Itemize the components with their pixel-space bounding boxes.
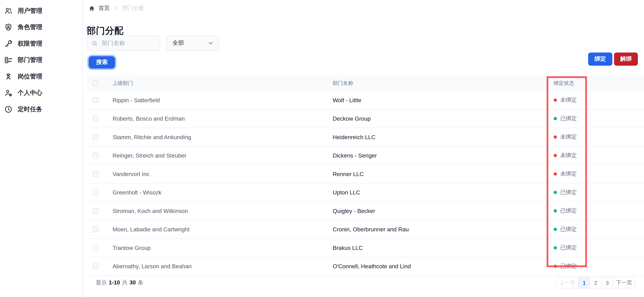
sidebar: 用户管理 角色管理 权限管理 部门管理 岗位管理 个人中心 定时任务 — [0, 0, 83, 297]
sidebar-item-role-management[interactable]: 角色管理 — [0, 19, 82, 35]
chevron-down-icon — [208, 40, 214, 46]
summary-prefix: 显示 — [96, 279, 107, 286]
table-row[interactable]: Stroman, Koch and Wilkinson Quigley - Be… — [88, 202, 644, 221]
summary-range: 1-10 — [109, 280, 120, 286]
binding-status-cell: 未绑定 — [548, 170, 644, 178]
row-checkbox[interactable] — [93, 190, 98, 195]
department-name-cell: Dickens - Senger — [327, 152, 548, 159]
row-checkbox[interactable] — [93, 226, 98, 232]
table-body: Rippin - Satterfield Wolf - Little 未绑定 R… — [88, 91, 644, 276]
row-checkbox[interactable] — [93, 171, 98, 177]
breadcrumb: 首页 部门分配 — [89, 4, 144, 12]
status-dot-icon — [554, 117, 557, 120]
status-label: 未绑定 — [560, 96, 577, 104]
summary-middle: 共 — [122, 279, 128, 286]
sidebar-item-label: 角色管理 — [18, 23, 42, 31]
next-page-button[interactable]: 下一页 — [613, 278, 635, 288]
binding-status-cell: 未绑定 — [548, 96, 644, 104]
department-name-cell: Quigley - Becker — [327, 208, 548, 214]
page-title: 部门分配 — [87, 24, 124, 37]
binding-status-cell: 未绑定 — [548, 152, 644, 159]
users-icon — [4, 6, 13, 15]
table-header: 上级部门 部门名称 绑定状态 — [88, 75, 644, 91]
column-header-parent: 上级部门 — [107, 80, 328, 87]
binding-status-cell: 已绑定 — [548, 263, 644, 270]
binding-status-cell: 已绑定 — [548, 226, 644, 233]
table-row[interactable]: Reinger, Streich and Steuber Dickens - S… — [88, 146, 644, 165]
home-icon[interactable] — [89, 5, 95, 11]
page-button-2[interactable]: 2 — [590, 278, 602, 288]
row-checkbox[interactable] — [93, 208, 98, 214]
sidebar-item-profile-center[interactable]: 个人中心 — [0, 84, 82, 101]
row-checkbox[interactable] — [93, 153, 98, 158]
parent-department-cell: Reinger, Streich and Steuber — [107, 152, 328, 159]
profile-gear-icon — [4, 88, 13, 97]
parent-department-cell: Greenholt - Wisozk — [107, 189, 328, 196]
department-name-cell: O'Connell, Heathcote and Lind — [327, 263, 548, 270]
page-button-3[interactable]: 3 — [601, 278, 613, 288]
row-checkbox[interactable] — [93, 263, 98, 269]
status-dot-icon — [554, 154, 557, 157]
table-row[interactable]: Greenholt - Wisozk Upton LLC 已绑定 — [88, 183, 644, 202]
binding-status-cell: 已绑定 — [548, 244, 644, 251]
sidebar-item-position-management[interactable]: 岗位管理 — [0, 68, 82, 84]
breadcrumb-current: 部门分配 — [122, 4, 144, 12]
status-label: 未绑定 — [560, 170, 577, 178]
status-label: 已绑定 — [560, 263, 577, 270]
summary-suffix: 条 — [138, 279, 144, 286]
summary-total: 30 — [130, 280, 136, 286]
bind-button[interactable]: 绑定 — [588, 52, 612, 66]
page-button-1[interactable]: 1 — [578, 278, 590, 288]
prev-page-button[interactable]: 上一页 — [556, 278, 578, 288]
status-filter-value: 全部 — [172, 39, 184, 47]
parent-department-cell: Stamm, Ritchie and Ankunding — [107, 134, 328, 140]
sidebar-item-user-management[interactable]: 用户管理 — [0, 2, 82, 19]
search-icon — [92, 40, 98, 46]
sidebar-item-label: 用户管理 — [18, 7, 42, 15]
status-label: 未绑定 — [560, 133, 577, 141]
row-checkbox[interactable] — [93, 134, 98, 140]
binding-status-cell: 已绑定 — [548, 189, 644, 196]
row-checkbox[interactable] — [93, 245, 98, 251]
status-filter-select[interactable]: 全部 — [166, 35, 219, 51]
table-row[interactable]: Stamm, Ritchie and Ankunding Heidenreich… — [88, 128, 644, 147]
parent-department-cell: Abernathy, Larson and Beahan — [107, 263, 328, 270]
clock-icon — [4, 105, 13, 113]
parent-department-cell: Stroman, Koch and Wilkinson — [107, 208, 328, 214]
search-button[interactable]: 搜索 — [89, 56, 115, 68]
unbind-button[interactable]: 解绑 — [614, 52, 638, 66]
table-row[interactable]: Vandervort Inc Renner LLC 未绑定 — [88, 165, 644, 184]
sidebar-item-label: 定时任务 — [18, 105, 42, 113]
parent-department-cell: Roberts, Bosco and Erdman — [107, 115, 328, 122]
department-icon — [4, 56, 13, 64]
table-row[interactable]: Rippin - Satterfield Wolf - Little 未绑定 — [88, 91, 644, 110]
chevron-right-icon — [114, 5, 119, 11]
breadcrumb-home-link[interactable]: 首页 — [98, 4, 110, 12]
department-search-field[interactable] — [87, 35, 160, 51]
status-label: 已绑定 — [560, 244, 577, 251]
pagination-summary: 显示 1-10 共 30 条 — [96, 279, 144, 286]
sidebar-item-label: 个人中心 — [18, 89, 42, 97]
row-checkbox[interactable] — [93, 97, 98, 103]
position-icon — [4, 72, 13, 81]
sidebar-item-department-management[interactable]: 部门管理 — [0, 52, 82, 68]
parent-department-cell: Vandervort Inc — [107, 171, 328, 177]
table-row[interactable]: Roberts, Bosco and Erdman Deckow Group 已… — [88, 110, 644, 128]
sidebar-item-scheduled-tasks[interactable]: 定时任务 — [0, 101, 82, 117]
column-header-name: 部门名称 — [327, 80, 548, 87]
row-checkbox[interactable] — [93, 116, 98, 121]
sidebar-item-permission-management[interactable]: 权限管理 — [0, 35, 82, 51]
department-name-cell: Upton LLC — [327, 189, 548, 196]
table-row[interactable]: Trantow Group Brakus LLC 已绑定 — [88, 239, 644, 257]
department-name-cell: Heidenreich LLC — [327, 134, 548, 140]
department-name-cell: Deckow Group — [327, 115, 548, 122]
select-all-checkbox[interactable] — [93, 80, 98, 86]
search-input[interactable] — [101, 39, 155, 47]
pager: 上一页 1 2 3 下一页 — [556, 277, 635, 289]
status-label: 已绑定 — [560, 115, 577, 122]
status-dot-icon — [554, 246, 557, 249]
status-dot-icon — [554, 172, 557, 176]
role-shield-icon — [4, 23, 13, 31]
table-row[interactable]: Moen, Labadie and Cartwright Cronin, Obe… — [88, 220, 644, 239]
sidebar-item-label: 岗位管理 — [18, 72, 42, 80]
